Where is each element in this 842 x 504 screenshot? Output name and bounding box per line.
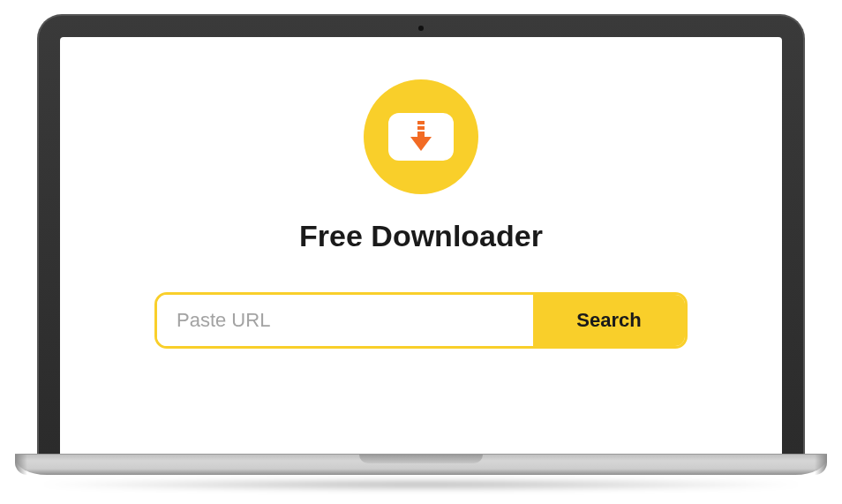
page-title: Free Downloader — [299, 219, 543, 253]
download-arrow-icon — [409, 121, 433, 153]
video-badge — [388, 113, 454, 161]
svg-rect-1 — [417, 126, 425, 130]
laptop-shadow — [28, 478, 814, 491]
webcam-icon — [418, 26, 424, 31]
screen-content: Free Downloader Search — [60, 37, 782, 454]
laptop-base — [15, 454, 827, 475]
svg-rect-2 — [417, 132, 425, 137]
search-button[interactable]: Search — [533, 295, 685, 346]
app-logo-circle — [364, 79, 478, 194]
svg-rect-0 — [417, 121, 425, 124]
laptop-mockup: Free Downloader Search — [37, 14, 805, 491]
laptop-frame: Free Downloader Search — [37, 14, 805, 454]
trackpad-notch — [359, 455, 483, 463]
search-bar: Search — [154, 292, 688, 349]
url-input[interactable] — [157, 295, 533, 346]
